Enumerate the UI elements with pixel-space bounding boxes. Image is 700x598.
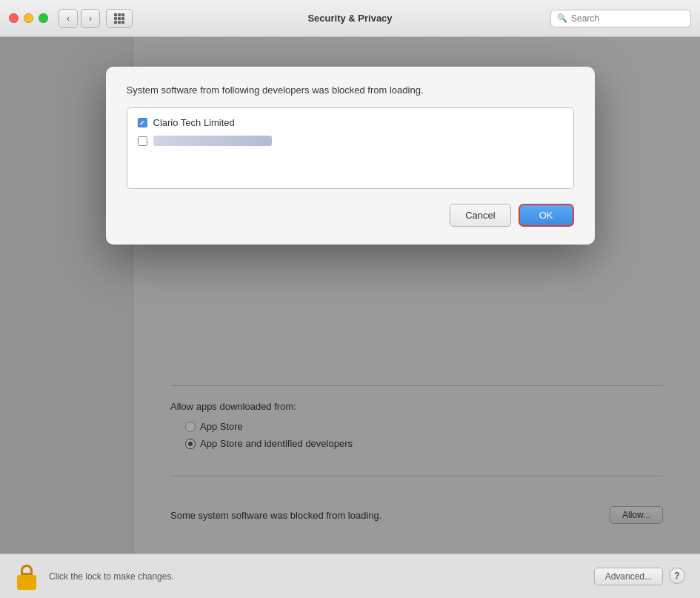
back-button[interactable]: ‹ <box>59 9 78 28</box>
modal-list-item-2[interactable] <box>138 136 563 146</box>
modal-list-item-1[interactable]: ✓ Clario Tech Limited <box>138 117 563 128</box>
lock-icon[interactable] <box>15 563 39 590</box>
checkbox-1[interactable]: ✓ <box>138 118 147 127</box>
checkmark-icon: ✓ <box>139 119 145 127</box>
lock-shackle <box>21 565 33 575</box>
nav-buttons: ‹ › <box>59 9 100 28</box>
cancel-button[interactable]: Cancel <box>450 204 510 227</box>
grid-icon <box>114 13 124 24</box>
maximize-button[interactable] <box>39 13 48 23</box>
grid-button[interactable] <box>106 9 133 28</box>
search-box[interactable]: 🔍 <box>550 10 691 27</box>
modal-list: ✓ Clario Tech Limited <box>127 107 574 189</box>
modal-buttons: Cancel OK <box>127 204 574 227</box>
lock-label: Click the lock to make changes. <box>49 571 174 582</box>
titlebar: ‹ › Security & Privacy 🔍 <box>0 0 700 37</box>
modal-title: System software from following developer… <box>127 84 574 96</box>
bottom-bar: Click the lock to make changes. Advanced… <box>0 554 700 598</box>
search-input[interactable] <box>571 13 684 24</box>
forward-icon: › <box>89 13 92 24</box>
back-icon: ‹ <box>67 13 70 24</box>
checkbox-2[interactable] <box>138 136 147 146</box>
blurred-label <box>153 136 272 146</box>
help-button[interactable]: ? <box>669 568 685 584</box>
window-title: Security & Privacy <box>307 13 392 24</box>
minimize-button[interactable] <box>24 13 33 23</box>
ok-button[interactable]: OK <box>519 204 574 227</box>
bottom-right-buttons: Advanced... ? <box>594 568 685 585</box>
main-content: Allow apps downloaded from: App Store Ap… <box>0 37 700 598</box>
traffic-lights <box>9 13 48 23</box>
close-button[interactable] <box>9 13 19 23</box>
advanced-button[interactable]: Advanced... <box>594 568 663 585</box>
modal-dialog: System software from following developer… <box>106 67 595 245</box>
search-icon: 🔍 <box>557 13 567 23</box>
forward-button[interactable]: › <box>81 9 100 28</box>
modal-overlay: System software from following developer… <box>0 37 700 554</box>
modal-item-label-1: Clario Tech Limited <box>153 117 235 128</box>
lock-body <box>17 575 36 590</box>
